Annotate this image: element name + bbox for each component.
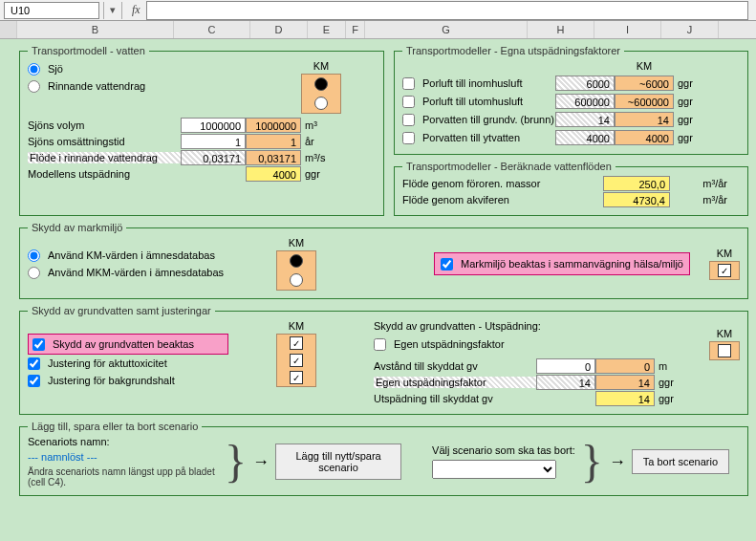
unit: ggr xyxy=(674,77,704,89)
col-G[interactable]: G xyxy=(365,21,528,38)
fs-scenario: Lägg till, spara eller ta bort scenario … xyxy=(19,421,748,496)
km-chk[interactable] xyxy=(718,344,731,357)
km-dot[interactable] xyxy=(290,273,303,287)
row-label-disabled: Egen utspädningsfaktor xyxy=(374,377,536,388)
column-headers: B C D E F G H I J xyxy=(0,21,756,39)
km-chk-box xyxy=(709,341,740,360)
scenario-name: --- namnlöst --- xyxy=(28,451,219,463)
name-box[interactable]: U10 xyxy=(4,2,99,19)
radio-mkm[interactable] xyxy=(28,267,40,279)
chk[interactable] xyxy=(402,77,415,90)
label-sjo: Sjö xyxy=(48,63,63,75)
col-F[interactable]: F xyxy=(346,21,365,38)
formula-bar: U10 ▾ fx xyxy=(0,0,756,21)
km-dot-selected[interactable] xyxy=(290,254,303,268)
row-label: Porluft till inomhusluft xyxy=(422,77,523,89)
select-label: Välj scenario som ska tas bort: xyxy=(432,444,575,456)
chk-bakgrund[interactable] xyxy=(28,375,40,387)
unit: m³ xyxy=(301,119,335,131)
val-h[interactable]: 0 xyxy=(536,358,595,374)
val-c[interactable]: 1000000 xyxy=(181,118,246,133)
label-rinnande: Rinnande vattendrag xyxy=(48,80,145,92)
val-i: 14 xyxy=(595,391,655,406)
col-E[interactable]: E xyxy=(308,21,346,38)
row-label-disabled: Flöde i rinnande vattendrag xyxy=(28,152,181,163)
chk[interactable] xyxy=(402,114,415,126)
unit: m³/år xyxy=(670,178,727,189)
radio-sjo[interactable] xyxy=(28,63,40,76)
val-i: ~600000 xyxy=(615,94,674,109)
fx-label[interactable]: fx xyxy=(132,3,140,17)
label-km: Använd KM-värden i ämnesdatabas xyxy=(48,249,215,261)
fs-skydd-grundvatten: Skydd av grundvatten samt justeringar Sk… xyxy=(19,305,748,415)
select-all-corner[interactable] xyxy=(0,21,17,38)
btn-add-scenario[interactable]: Lägg till nytt/spara scenario xyxy=(275,444,401,480)
km-dot-selected[interactable] xyxy=(314,77,328,91)
val-h: 14 xyxy=(555,112,615,127)
chk-markmiljo[interactable] xyxy=(441,258,453,270)
label-egen: Egen utspädningsfaktor xyxy=(394,338,505,350)
legend: Transportmodeller - Egna utspädningsfakt… xyxy=(402,45,624,56)
col-B[interactable]: B xyxy=(17,21,174,38)
km-chk[interactable] xyxy=(290,336,303,350)
km-radio-box xyxy=(276,250,316,291)
row-label: Sjöns omsättningstid xyxy=(28,136,181,147)
legend: Lägg till, spara eller ta bort scenario xyxy=(28,421,202,432)
chk[interactable] xyxy=(402,96,415,108)
fs-beraknade-floden: Transportmodeller - Beräknade vattenflöd… xyxy=(394,161,748,216)
unit: m³/år xyxy=(670,194,727,206)
col-J[interactable]: J xyxy=(661,21,719,38)
row-label: Porvatten till ytvatten xyxy=(422,132,520,143)
val-h: 6000 xyxy=(555,76,615,91)
km-chk[interactable] xyxy=(290,354,303,367)
fs-transport-vatten: Transportmodell - vatten Sjö Rinnande va… xyxy=(19,45,384,216)
chk-aktut[interactable] xyxy=(28,357,40,370)
btn-delete-scenario[interactable]: Ta bort scenario xyxy=(632,449,729,474)
col-C[interactable]: C xyxy=(174,21,250,38)
right-title: Skydd av grundvatten - Utspädning: xyxy=(374,320,740,332)
val-i: 0 xyxy=(595,358,655,374)
legend: Transportmodell - vatten xyxy=(28,45,149,56)
scenario-note: Ändra scenariots namn längst upp på blad… xyxy=(28,466,219,487)
row-label: Porvatten till grundv. (brunn) xyxy=(422,114,554,125)
row-label: Porluft till utomhusluft xyxy=(422,96,523,107)
col-I[interactable]: I xyxy=(594,21,661,38)
val-i: 4000 xyxy=(615,130,674,145)
row-label: Avstånd till skyddat gv xyxy=(374,360,536,372)
chk-skydd-gv[interactable] xyxy=(32,338,45,351)
unit: år xyxy=(301,136,335,147)
val-c[interactable]: 1 xyxy=(181,134,246,149)
val-d: 1000000 xyxy=(246,118,301,133)
km-header: KM xyxy=(709,328,740,339)
km-header: KM xyxy=(615,60,674,72)
col-H[interactable]: H xyxy=(528,21,594,38)
val-c-disabled: 0,03171 xyxy=(181,150,246,165)
val-h-disabled: 14 xyxy=(536,375,595,390)
km-dot[interactable] xyxy=(314,97,328,110)
km-chk[interactable] xyxy=(718,264,731,277)
radio-km[interactable] xyxy=(28,249,40,262)
km-header: KM xyxy=(709,248,740,259)
row-label: Utspädning till skyddat gv xyxy=(374,393,536,404)
val: 250,0 xyxy=(603,176,670,191)
unit: ggr xyxy=(674,96,704,107)
row-label: Modellens utspädning xyxy=(28,168,181,180)
name-box-dropdown[interactable]: ▾ xyxy=(103,2,122,19)
col-D[interactable]: D xyxy=(250,21,308,38)
unit: ggr xyxy=(655,377,683,388)
select-scenario[interactable] xyxy=(432,460,556,479)
arrow-right-icon: → xyxy=(609,452,626,472)
val-i: ~6000 xyxy=(615,76,674,91)
row-label: Flöde genom akviferen xyxy=(402,194,603,206)
chk-egen[interactable] xyxy=(374,338,386,351)
legend: Transportmodeller - Beräknade vattenflöd… xyxy=(402,161,616,172)
km-header: KM xyxy=(276,320,316,332)
formula-input[interactable] xyxy=(146,1,748,20)
km-chk[interactable] xyxy=(290,371,303,384)
radio-rinnande[interactable] xyxy=(28,80,40,93)
fs-skydd-markmiljo: Skydd av markmiljö Använd KM-värden i äm… xyxy=(19,222,748,299)
brace-icon: } xyxy=(581,443,603,481)
unit: ggr xyxy=(301,168,335,180)
chk[interactable] xyxy=(402,132,415,144)
unit: ggr xyxy=(674,132,704,143)
